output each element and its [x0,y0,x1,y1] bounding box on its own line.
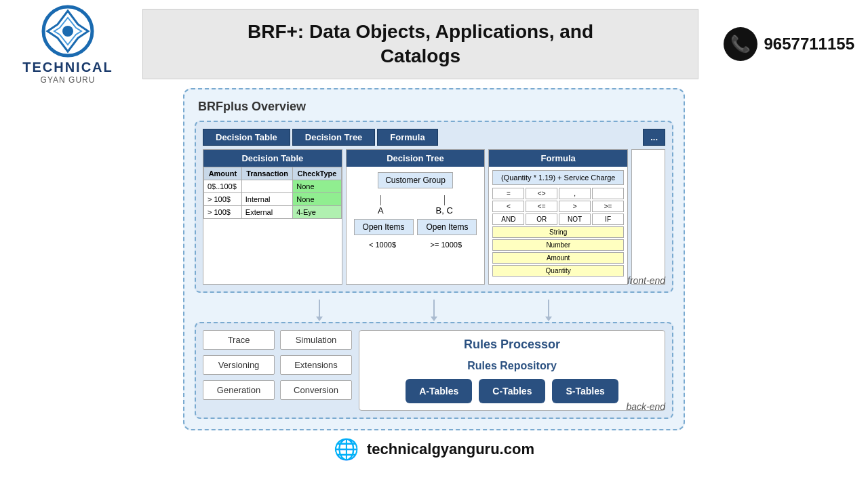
table-row: > 100$ External 4-Eye [204,206,342,219]
formula-btn-and[interactable]: AND [492,214,524,225]
dt-cell: None [293,193,341,206]
decision-panels: Decision Table Amount Transaction CheckT… [203,149,665,285]
branch-label-bc: B, C [436,205,453,216]
backend-inner: Trace Simulation Versioning Extensions G… [203,330,665,411]
website-url: technicalgyanguru.com [367,441,534,458]
backend-btn-row-2: Versioning Extensions [203,355,352,375]
dt-cell: 4-Eye [293,206,341,219]
tree-amounts: < 1000$ >= 1000$ [352,241,479,249]
formula-content: (Quantity * 1.19) + Service Charge = <> … [489,167,627,282]
title-box: BRF+: Data Objects, Applications, and Ca… [142,9,698,80]
tree-amount-2: >= 1000$ [431,241,462,249]
tabs-row: Decision Table Decision Tree Formula ... [203,129,665,146]
diagram-wrapper: BRFplus Overview Decision Table Decision… [0,88,868,430]
frontend-section: Decision Table Decision Tree Formula ...… [195,121,673,293]
tree-action-1: Open Items [354,219,414,235]
phone-number: 9657711155 [764,35,854,54]
logo-technical: TECHNICAL [22,60,113,75]
arrow-2 [431,300,437,321]
formula-btn-comma[interactable]: , [559,188,591,199]
tab-decision-table[interactable]: Decision Table [203,129,290,146]
tree-root-node: Customer Group [378,172,453,188]
dt-cell: > 100$ [204,193,242,206]
backend-section: Trace Simulation Versioning Extensions G… [195,322,673,419]
dt-cell [241,180,292,193]
dt-cell: None [293,180,341,193]
tree-action-2: Open Items [417,219,477,235]
formula-btn-gt[interactable]: > [559,201,591,212]
svg-point-3 [62,26,73,37]
table-row: 0$..100$ None [204,180,342,193]
dt-cell: Internal [241,193,292,206]
formula-btn-quantity[interactable]: Quantity [492,265,624,277]
formula-header: Formula [489,150,627,167]
panel-formula: Formula (Quantity * 1.19) + Service Char… [488,149,628,285]
globe-icon: 🌐 [334,437,359,461]
formula-btn-amount[interactable]: Amount [492,252,624,264]
dt-cell: 0$..100$ [204,180,242,193]
logo-icon [41,4,95,58]
table-row: > 100$ Internal None [204,193,342,206]
formula-btn-number[interactable]: Number [492,239,624,251]
formula-buttons-row1: = <> , < <= > >= AND OR NOT IF [492,188,624,277]
tab-decision-tree[interactable]: Decision Tree [292,129,376,146]
formula-btn-neq[interactable]: <> [526,188,557,199]
dt-header: Decision Table [203,150,342,167]
branch-label-a: A [378,205,384,216]
formula-btn-eq[interactable]: = [492,188,524,199]
tree-content: Customer Group A B, C [347,167,485,254]
formula-btn-if[interactable]: IF [592,214,624,225]
brfplus-outer: BRFplus Overview Decision Table Decision… [183,88,685,430]
backend-btn-row-1: Trace Simulation [203,330,352,350]
trace-button[interactable]: Trace [203,330,275,350]
panel-decision-table: Decision Table Amount Transaction CheckT… [203,149,342,285]
frontend-label: front-end [627,275,665,286]
tab-formula[interactable]: Formula [377,129,437,146]
db-tables: A-Tables C-Tables S-Tables [366,379,658,403]
header: TECHNICAL GYAN GURU BRF+: Data Objects, … [0,0,868,88]
panel-decision-tree: Decision Tree Customer Group A B, C [346,149,486,285]
tree-branch: A B, C [352,195,479,216]
dt-tree-header: Decision Tree [347,150,485,167]
formula-btn-gte[interactable]: >= [592,201,624,212]
formula-btn-string[interactable]: String [492,226,624,238]
simulation-button[interactable]: Simulation [280,330,352,350]
formula-expression: (Quantity * 1.19) + Service Charge [492,170,624,185]
formula-btn-or[interactable]: OR [526,214,557,225]
brfplus-title: BRFplus Overview [195,100,673,114]
logo-gyan-guru: GYAN GURU [41,75,96,85]
tab-more[interactable]: ... [643,129,665,146]
extensions-button[interactable]: Extensions [280,355,352,375]
dt-cell: > 100$ [204,206,242,219]
generation-button[interactable]: Generation [203,380,275,400]
formula-btn-not[interactable]: NOT [559,214,591,225]
tree-actions: Open Items Open Items [352,219,479,235]
formula-btn-lt[interactable]: < [492,201,524,212]
formula-btn-empty [592,188,624,199]
backend-right: Rules Processor Rules Repository A-Table… [359,330,665,411]
backend-label: back-end [626,401,665,412]
dt-col-checktype: CheckType [293,167,341,180]
dt-cell: External [241,206,292,219]
backend-left: Trace Simulation Versioning Extensions G… [203,330,352,411]
c-tables-button[interactable]: C-Tables [479,379,545,403]
formula-btn-lte[interactable]: <= [526,201,557,212]
tree-branch-line-right: B, C [436,195,453,216]
versioning-button[interactable]: Versioning [203,355,275,375]
rules-processor-label: Rules Processor [366,338,658,352]
tree-branch-line-left: A [378,195,384,216]
rules-repository-label: Rules Repository [366,360,658,372]
arrows-area [195,298,673,322]
phone-icon: 📞 [724,27,757,61]
panel-extra [631,149,665,285]
arrow-3 [545,300,552,321]
backend-btn-row-3: Generation Conversion [203,380,352,400]
conversion-button[interactable]: Conversion [280,380,352,400]
tree-amount-1: < 1000$ [369,241,396,249]
a-tables-button[interactable]: A-Tables [406,379,472,403]
phone-area: 📞 9657711155 [719,27,854,61]
page-title: BRF+: Data Objects, Applications, and Ca… [163,20,677,69]
dt-table: Amount Transaction CheckType 0$..100$ No… [203,167,342,219]
s-tables-button[interactable]: S-Tables [552,379,618,403]
logo-area: TECHNICAL GYAN GURU [14,4,122,85]
